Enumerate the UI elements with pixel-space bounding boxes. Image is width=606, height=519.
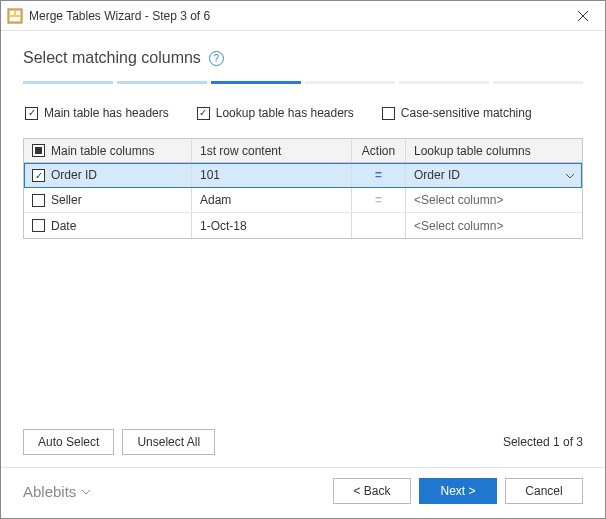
grid-header-main[interactable]: Main table columns (24, 139, 192, 162)
below-grid-row: Auto Select Unselect All Selected 1 of 3 (23, 419, 583, 467)
back-button[interactable]: < Back (333, 478, 411, 504)
row-checkbox-icon[interactable] (32, 219, 45, 232)
main-column-name: Order ID (51, 168, 97, 182)
grid-cell-first: Adam (192, 188, 352, 212)
unselect-all-button[interactable]: Unselect All (122, 429, 215, 455)
grid-cell-lookup[interactable]: <Select column> (406, 213, 582, 238)
progress-step-2 (117, 81, 207, 84)
brand-menu[interactable]: Ablebits (23, 483, 90, 500)
titlebar: Merge Tables Wizard - Step 3 of 6 (1, 1, 605, 31)
first-row-content: 1-Oct-18 (200, 219, 247, 233)
grid-cell-main[interactable]: ✓ Order ID (24, 163, 192, 187)
auto-select-button[interactable]: Auto Select (23, 429, 114, 455)
svg-rect-2 (16, 11, 20, 15)
svg-rect-1 (10, 11, 14, 15)
selection-count: Selected 1 of 3 (503, 435, 583, 449)
options-row: ✓ Main table has headers ✓ Lookup table … (23, 106, 583, 120)
footer: Ablebits < Back Next > Cancel (1, 467, 605, 518)
case-sensitive-checkbox[interactable]: Case-sensitive matching (382, 106, 532, 120)
columns-grid: Main table columns 1st row content Actio… (23, 138, 583, 239)
window-title: Merge Tables Wizard - Step 3 of 6 (29, 9, 560, 23)
tristate-checkbox-icon[interactable] (32, 144, 45, 157)
checkbox-icon (382, 107, 395, 120)
cancel-button[interactable]: Cancel (505, 478, 583, 504)
grid-header-label: Action (362, 144, 395, 158)
checkbox-icon: ✓ (25, 107, 38, 120)
grid-header-label: Lookup table columns (414, 144, 531, 158)
checkbox-label: Main table has headers (44, 106, 169, 120)
lookup-column-value: <Select column> (414, 219, 503, 233)
grid-header-first[interactable]: 1st row content (192, 139, 352, 162)
heading-row: Select matching columns ? (23, 49, 583, 67)
grid-cell-main[interactable]: Seller (24, 188, 192, 212)
progress-step-5 (399, 81, 489, 84)
equals-icon: = (375, 168, 382, 182)
app-icon (7, 8, 23, 24)
grid-row[interactable]: ✓ Order ID 101 = Order ID (24, 163, 582, 188)
grid-header-label: Main table columns (51, 144, 154, 158)
page-title: Select matching columns (23, 49, 201, 67)
content-area: Select matching columns ? ✓ Main table h… (1, 31, 605, 467)
lookup-column-value: Order ID (414, 168, 460, 182)
checkbox-label: Lookup table has headers (216, 106, 354, 120)
progress-step-1 (23, 81, 113, 84)
row-checkbox-icon[interactable] (32, 194, 45, 207)
progress-step-6 (493, 81, 583, 84)
grid-cell-lookup[interactable]: Order ID (406, 163, 582, 187)
chevron-down-icon[interactable] (566, 168, 574, 182)
grid-cell-first: 1-Oct-18 (192, 213, 352, 238)
main-column-name: Seller (51, 193, 82, 207)
main-has-headers-checkbox[interactable]: ✓ Main table has headers (25, 106, 169, 120)
checkbox-icon: ✓ (197, 107, 210, 120)
close-button[interactable] (560, 1, 605, 31)
close-icon (578, 11, 588, 21)
grid-header-label: 1st row content (200, 144, 281, 158)
main-column-name: Date (51, 219, 76, 233)
grid-row[interactable]: Seller Adam = <Select column> (24, 188, 582, 213)
grid-cell-lookup[interactable]: <Select column> (406, 188, 582, 212)
lookup-has-headers-checkbox[interactable]: ✓ Lookup table has headers (197, 106, 354, 120)
wizard-progress (23, 81, 583, 84)
grid-cell-action (352, 213, 406, 238)
progress-step-4 (305, 81, 395, 84)
first-row-content: Adam (200, 193, 231, 207)
grid-row[interactable]: Date 1-Oct-18 <Select column> (24, 213, 582, 238)
equals-icon: = (375, 193, 382, 207)
brand-label: Ablebits (23, 483, 76, 500)
first-row-content: 101 (200, 168, 220, 182)
grid-cell-first: 101 (192, 163, 352, 187)
help-icon[interactable]: ? (209, 51, 224, 66)
row-checkbox-icon[interactable]: ✓ (32, 169, 45, 182)
grid-header-row: Main table columns 1st row content Actio… (24, 139, 582, 163)
lookup-column-value: <Select column> (414, 193, 503, 207)
grid-cell-main[interactable]: Date (24, 213, 192, 238)
next-button[interactable]: Next > (419, 478, 497, 504)
svg-rect-3 (10, 17, 20, 21)
progress-step-3 (211, 81, 301, 84)
chevron-down-icon (82, 486, 90, 497)
checkbox-label: Case-sensitive matching (401, 106, 532, 120)
grid-header-lookup[interactable]: Lookup table columns (406, 139, 582, 162)
grid-header-action[interactable]: Action (352, 139, 406, 162)
grid-cell-action: = (352, 188, 406, 212)
grid-cell-action: = (352, 163, 406, 187)
